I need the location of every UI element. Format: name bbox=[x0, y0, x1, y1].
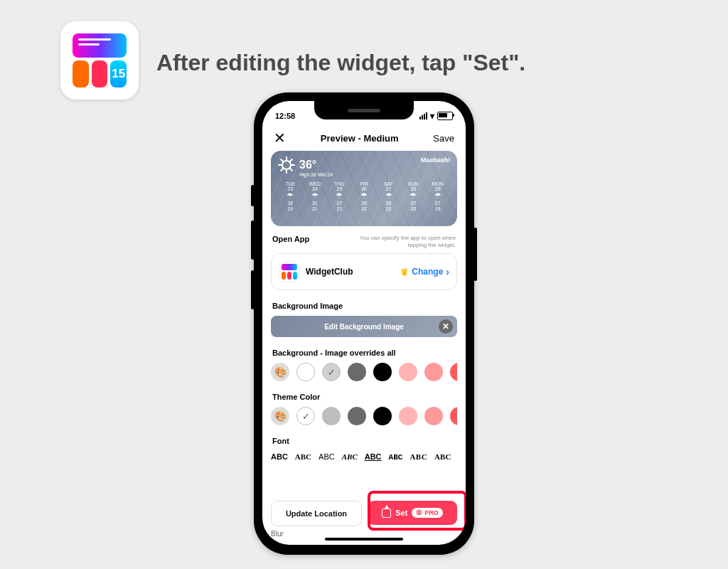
crown-icon: ♛ bbox=[400, 267, 409, 277]
status-time: 12:58 bbox=[275, 112, 295, 120]
background-color-label: Background - Image overrides all bbox=[272, 349, 456, 357]
theme-swatch[interactable] bbox=[424, 407, 443, 425]
font-sample[interactable]: ABC bbox=[434, 452, 451, 461]
open-app-label: Open App bbox=[272, 235, 309, 243]
open-app-name: WidgetClub bbox=[306, 267, 395, 277]
medal-icon: ⦿ bbox=[416, 509, 422, 516]
chevron-right-icon: › bbox=[446, 266, 449, 277]
forecast-day: SUN28☂2220 bbox=[401, 181, 426, 211]
theme-swatch[interactable] bbox=[322, 407, 341, 425]
background-image-label: Background Image bbox=[272, 302, 456, 310]
background-swatch[interactable] bbox=[424, 363, 443, 381]
background-swatch[interactable] bbox=[450, 363, 457, 381]
forecast-day: WED24☂3121 bbox=[303, 181, 328, 211]
wifi-icon: ▾ bbox=[430, 111, 434, 121]
theme-swatch[interactable]: 🎨 bbox=[271, 407, 289, 425]
theme-swatch[interactable] bbox=[296, 407, 315, 425]
change-app-button[interactable]: ♛ Change › bbox=[400, 266, 449, 277]
theme-color-label: Theme Color bbox=[272, 393, 456, 401]
phone-frame: 12:58 ▾ ✕ Preview - Medium Save Maebashi bbox=[254, 92, 474, 555]
clear-background-icon[interactable]: ✕ bbox=[439, 319, 453, 334]
update-location-button[interactable]: Update Location bbox=[271, 501, 362, 526]
theme-swatch[interactable] bbox=[348, 407, 366, 425]
widgetclub-app-icon: 15 bbox=[60, 21, 139, 100]
pro-badge: ⦿ PRO bbox=[412, 508, 443, 518]
background-swatch[interactable]: 🎨 bbox=[271, 363, 289, 381]
forecast-day: SAT27☂2622 bbox=[376, 181, 401, 211]
background-swatch[interactable] bbox=[399, 363, 417, 381]
background-color-swatches: 🎨 bbox=[271, 363, 457, 381]
font-sample[interactable]: ABC bbox=[389, 453, 403, 462]
widget-preview[interactable]: Maebashi 36° bbox=[271, 151, 457, 226]
theme-swatch[interactable] bbox=[373, 407, 392, 425]
widgetclub-mini-icon bbox=[279, 261, 300, 282]
font-sample[interactable]: ABC bbox=[365, 452, 382, 461]
page-title: Preview - Medium bbox=[321, 133, 399, 144]
save-button[interactable]: Save bbox=[433, 133, 454, 144]
font-sample[interactable]: ABC bbox=[271, 452, 288, 461]
forecast-day: MON29☂2719 bbox=[425, 181, 450, 211]
forecast-day: THU25☂2721 bbox=[327, 181, 352, 211]
share-icon bbox=[382, 509, 391, 518]
signal-icon bbox=[419, 112, 427, 119]
phone-notch bbox=[314, 101, 414, 119]
home-indicator[interactable] bbox=[325, 538, 403, 541]
font-sample[interactable]: ABC bbox=[410, 452, 427, 461]
battery-icon bbox=[437, 112, 453, 120]
theme-swatch[interactable] bbox=[450, 407, 457, 425]
blur-label: Blur bbox=[271, 530, 284, 538]
background-swatch[interactable] bbox=[296, 363, 315, 381]
background-swatch[interactable] bbox=[348, 363, 366, 381]
background-swatch[interactable] bbox=[373, 363, 392, 381]
font-sample[interactable]: ABC bbox=[342, 452, 358, 461]
font-sample[interactable]: ABC bbox=[318, 452, 335, 461]
font-samples: ABCABCABCABCABCABCABCABC bbox=[271, 452, 457, 462]
theme-color-swatches: 🎨 bbox=[271, 407, 457, 425]
open-app-card[interactable]: WidgetClub ♛ Change › bbox=[271, 253, 457, 290]
close-icon[interactable]: ✕ bbox=[274, 131, 286, 145]
widget-hilo: High:36 Min:24 bbox=[299, 172, 450, 177]
theme-swatch[interactable] bbox=[399, 407, 417, 425]
font-sample[interactable]: ABC bbox=[295, 452, 311, 461]
instruction-headline: After editing the widget, tap "Set". bbox=[156, 50, 525, 76]
set-button[interactable]: Set ⦿ PRO bbox=[368, 501, 457, 525]
app-icon-badge: 15 bbox=[110, 60, 127, 87]
edit-background-image-button[interactable]: Edit Background Image ✕ bbox=[271, 316, 457, 337]
font-label: Font bbox=[272, 437, 456, 445]
background-swatch[interactable] bbox=[322, 363, 341, 381]
sun-icon bbox=[278, 156, 295, 174]
forecast-day: TUE23☂3219 bbox=[278, 181, 303, 211]
open-app-hint: You can specify the app to open when tap… bbox=[349, 235, 456, 249]
forecast-day: FRI26☂2822 bbox=[352, 181, 377, 211]
widget-temp: 36° bbox=[299, 159, 316, 171]
